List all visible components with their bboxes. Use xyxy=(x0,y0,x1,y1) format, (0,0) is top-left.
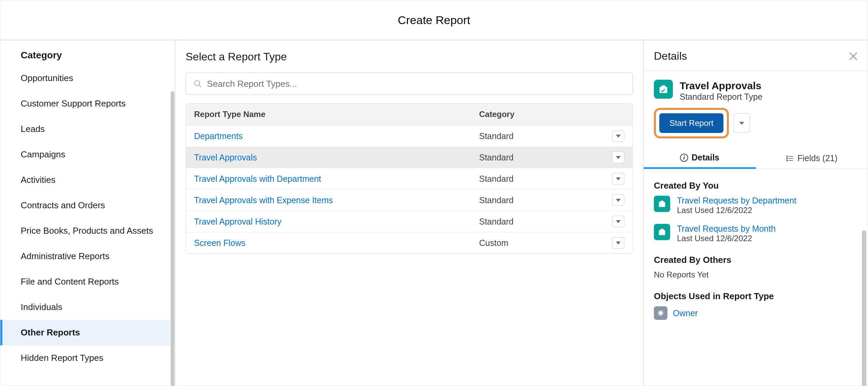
list-icon xyxy=(786,154,794,162)
sidebar-scrollbar[interactable] xyxy=(171,91,174,386)
row-actions-dropdown[interactable] xyxy=(612,216,624,227)
report-type-name[interactable]: Travel Approvals with Expense Items xyxy=(194,195,479,205)
highlight-ring: Start Report xyxy=(654,108,729,138)
chevron-down-icon xyxy=(616,156,621,159)
search-icon xyxy=(193,79,202,88)
search-input[interactable] xyxy=(207,79,625,89)
svg-rect-3 xyxy=(661,85,665,88)
tab-details[interactable]: i Details xyxy=(644,148,756,169)
category-sidebar: Category OpportunitiesCustomer Support R… xyxy=(0,40,175,386)
category-heading: Category xyxy=(0,50,175,65)
close-icon[interactable] xyxy=(849,52,857,61)
sidebar-item[interactable]: Price Books, Products and Assets xyxy=(0,218,175,244)
report-type-name[interactable]: Travel Approvals xyxy=(194,153,479,162)
svg-point-9 xyxy=(787,160,788,161)
object-icon xyxy=(654,306,667,320)
sidebar-item[interactable]: Other Reports xyxy=(0,320,175,345)
objects-used-heading: Objects Used in Report Type xyxy=(654,291,857,302)
report-type-table: Report Type Name Category DepartmentsSta… xyxy=(186,103,633,254)
select-report-type-title: Select a Report Type xyxy=(186,51,633,63)
svg-rect-11 xyxy=(660,201,663,202)
row-actions-dropdown[interactable] xyxy=(612,194,624,206)
report-last-used: Last Used 12/6/2022 xyxy=(677,234,776,243)
travel-approvals-icon xyxy=(654,80,673,99)
report-icon xyxy=(654,196,670,212)
object-title: Travel Approvals xyxy=(680,80,762,92)
modal-header: Create Report xyxy=(0,0,868,40)
row-actions-dropdown[interactable] xyxy=(612,173,624,185)
col-header-category: Category xyxy=(479,110,624,119)
chevron-down-icon xyxy=(616,135,621,138)
chevron-down-icon xyxy=(616,177,621,180)
table-row[interactable]: Travel ApprovalsStandard xyxy=(186,147,633,168)
divider xyxy=(644,71,868,71)
sidebar-item[interactable]: Opportunities xyxy=(0,65,175,91)
report-last-used: Last Used 12/6/2022 xyxy=(677,206,796,215)
start-report-row: Start Report xyxy=(654,108,857,138)
object-header: Travel Approvals Standard Report Type xyxy=(654,80,857,102)
category-list: OpportunitiesCustomer Support ReportsLea… xyxy=(0,65,175,371)
object-link[interactable]: Owner xyxy=(673,308,698,318)
report-type-name[interactable]: Travel Approvals with Department xyxy=(194,174,479,184)
recent-report-item: Travel Requests by DepartmentLast Used 1… xyxy=(654,196,857,215)
tab-fields[interactable]: Fields (21) xyxy=(756,148,868,169)
svg-rect-13 xyxy=(660,229,663,231)
col-header-name: Report Type Name xyxy=(194,110,479,119)
row-actions-dropdown[interactable] xyxy=(612,152,624,163)
svg-point-0 xyxy=(194,80,200,85)
table-row[interactable]: Travel Approvals with DepartmentStandard xyxy=(186,168,633,190)
sidebar-item[interactable]: Campaigns xyxy=(0,142,175,167)
table-header: Report Type Name Category xyxy=(186,103,633,126)
search-report-types[interactable] xyxy=(186,73,633,95)
created-by-others-empty: No Reports Yet xyxy=(654,270,857,279)
sidebar-item[interactable]: Customer Support Reports xyxy=(0,91,175,116)
svg-line-1 xyxy=(199,85,201,87)
sidebar-item[interactable]: Contracts and Orders xyxy=(0,193,175,218)
table-row[interactable]: Travel Approval HistoryStandard xyxy=(186,211,633,232)
details-scrollbar[interactable] xyxy=(862,230,866,386)
row-actions-dropdown[interactable] xyxy=(612,130,624,142)
svg-rect-2 xyxy=(660,87,667,93)
tab-details-label: Details xyxy=(692,153,719,162)
sidebar-item[interactable]: Leads xyxy=(0,116,175,142)
recent-report-item: Travel Requests by MonthLast Used 12/6/2… xyxy=(654,224,857,243)
report-type-name[interactable]: Travel Approval History xyxy=(194,217,479,227)
report-type-category: Standard xyxy=(479,131,608,141)
report-type-name[interactable]: Departments xyxy=(194,131,479,141)
sidebar-item[interactable]: Individuals xyxy=(0,294,175,320)
report-type-name[interactable]: Screen Flows xyxy=(194,238,479,248)
svg-point-7 xyxy=(787,156,788,157)
start-report-button[interactable]: Start Report xyxy=(659,113,723,133)
report-icon xyxy=(654,224,670,240)
sidebar-item[interactable]: Activities xyxy=(0,167,175,193)
tab-fields-label: Fields (21) xyxy=(797,153,837,163)
svg-point-15 xyxy=(659,311,662,314)
sidebar-item[interactable]: File and Content Reports xyxy=(0,269,175,294)
object-used-item: Owner xyxy=(654,306,857,320)
report-type-panel: Select a Report Type Report Type Name Ca… xyxy=(175,40,644,386)
chevron-down-icon xyxy=(616,242,621,245)
report-type-category: Standard xyxy=(479,153,608,162)
report-type-category: Standard xyxy=(479,195,608,205)
object-subtitle: Standard Report Type xyxy=(680,92,762,102)
report-type-category: Custom xyxy=(479,238,608,248)
table-row[interactable]: DepartmentsStandard xyxy=(186,126,633,147)
details-tabs: i Details Fields (21) xyxy=(644,148,868,169)
created-by-you-heading: Created By You xyxy=(654,180,857,191)
info-icon: i xyxy=(680,154,688,162)
start-report-dropdown[interactable] xyxy=(734,113,750,133)
svg-point-8 xyxy=(787,158,788,159)
sidebar-item[interactable]: Hidden Report Types xyxy=(0,345,175,371)
table-row[interactable]: Travel Approvals with Expense ItemsStand… xyxy=(186,190,633,211)
chevron-down-icon xyxy=(616,220,621,223)
svg-rect-10 xyxy=(659,202,665,207)
report-link[interactable]: Travel Requests by Month xyxy=(677,224,776,233)
create-report-modal: Create Report Category OpportunitiesCust… xyxy=(0,0,868,386)
created-by-others-heading: Created By Others xyxy=(654,255,857,265)
report-type-category: Standard xyxy=(479,174,608,184)
report-type-category: Standard xyxy=(479,217,608,227)
sidebar-item[interactable]: Administrative Reports xyxy=(0,244,175,269)
table-row[interactable]: Screen FlowsCustom xyxy=(186,232,633,253)
report-link[interactable]: Travel Requests by Department xyxy=(677,196,796,205)
row-actions-dropdown[interactable] xyxy=(612,237,624,249)
